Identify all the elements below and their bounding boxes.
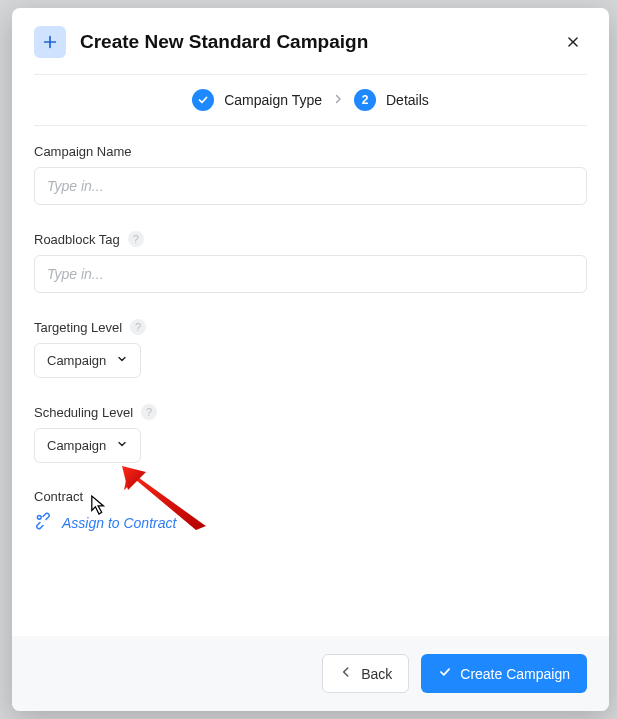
back-button[interactable]: Back <box>322 654 409 693</box>
step-2-number: 2 <box>354 89 376 111</box>
chevron-down-icon <box>116 438 128 453</box>
create-campaign-label: Create Campaign <box>460 666 570 682</box>
campaign-name-label: Campaign Name <box>34 144 132 159</box>
targeting-level-label: Targeting Level <box>34 320 122 335</box>
scheduling-level-group: Scheduling Level ? Campaign <box>34 404 587 463</box>
create-campaign-modal: Create New Standard Campaign Campaign Ty… <box>12 8 609 711</box>
help-icon[interactable]: ? <box>130 319 146 335</box>
campaign-name-input[interactable] <box>34 167 587 205</box>
campaign-name-group: Campaign Name <box>34 144 587 205</box>
modal-footer: Back Create Campaign <box>12 636 609 711</box>
close-button[interactable] <box>559 28 587 56</box>
modal-body: Campaign Name Roadblock Tag ? Targeting … <box>12 126 609 636</box>
chevron-right-icon <box>332 92 344 108</box>
create-campaign-button[interactable]: Create Campaign <box>421 654 587 693</box>
help-icon[interactable]: ? <box>141 404 157 420</box>
contract-label: Contract <box>34 489 83 504</box>
modal-title: Create New Standard Campaign <box>80 31 559 53</box>
stepper: Campaign Type 2 Details <box>12 75 609 125</box>
assign-to-contract-link[interactable]: Assign to Contract <box>34 512 176 533</box>
scheduling-level-value: Campaign <box>47 438 106 453</box>
help-icon[interactable]: ? <box>128 231 144 247</box>
roadblock-tag-input[interactable] <box>34 255 587 293</box>
chevron-left-icon <box>339 665 353 682</box>
scheduling-level-select[interactable]: Campaign <box>34 428 141 463</box>
plus-icon <box>34 26 66 58</box>
contract-group: Contract Assign to Contract <box>34 489 587 534</box>
chevron-down-icon <box>116 353 128 368</box>
step-2-label: Details <box>386 92 429 108</box>
targeting-level-group: Targeting Level ? Campaign <box>34 319 587 378</box>
roadblock-tag-group: Roadblock Tag ? <box>34 231 587 293</box>
svg-point-4 <box>37 515 41 519</box>
assign-to-contract-label: Assign to Contract <box>62 515 176 531</box>
modal-header: Create New Standard Campaign <box>12 8 609 74</box>
step-1-done-icon <box>192 89 214 111</box>
targeting-level-value: Campaign <box>47 353 106 368</box>
scheduling-level-label: Scheduling Level <box>34 405 133 420</box>
link-icon <box>34 512 52 533</box>
targeting-level-select[interactable]: Campaign <box>34 343 141 378</box>
step-1-label: Campaign Type <box>224 92 322 108</box>
roadblock-tag-label: Roadblock Tag <box>34 232 120 247</box>
check-icon <box>438 665 452 682</box>
back-label: Back <box>361 666 392 682</box>
